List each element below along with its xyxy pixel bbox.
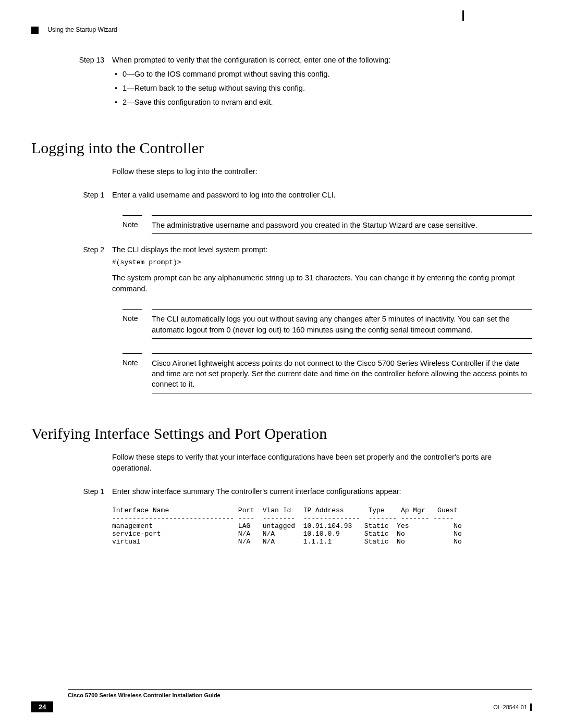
note-block: Note The administrative username and pas… [123, 215, 532, 234]
text-span: The system prompt can be any alphanumeri… [112, 274, 469, 282]
section-intro: Follow these steps to log into the contr… [112, 166, 532, 177]
text-span: Enter [112, 487, 132, 496]
bullet-list: 0—Go to the IOS command prompt without s… [115, 69, 532, 108]
section-intro: Follow these steps to verify that your i… [112, 452, 532, 474]
running-title: Using the Startup Wizard [47, 26, 117, 33]
header-square-icon [31, 27, 39, 34]
bullet-item: 2—Save this configuration to nvram and e… [115, 97, 532, 108]
step-label-2: Step 2 [31, 244, 112, 255]
step-label-1: Step 1 [31, 190, 112, 201]
note-label: Note [123, 220, 142, 230]
step-label-1: Step 1 [31, 486, 112, 497]
text-span: command. [112, 285, 148, 293]
note-block: Note The CLI automatically logs you out … [123, 309, 532, 339]
text-span: The controller's current interface confi… [214, 487, 401, 496]
footer-tick-icon [530, 704, 532, 711]
command-span: config serial timeout [368, 326, 435, 334]
bullet-item: 1—Return back to the setup without savin… [115, 83, 532, 94]
command-span: show interface summary [132, 487, 214, 496]
interface-table: Interface Name Port Vlan Id IP Address T… [112, 507, 532, 546]
step-body-1: Enter a valid username and password to l… [112, 190, 532, 201]
section-heading-verifying: Verifying Interface Settings and Port Op… [31, 425, 532, 442]
running-header: Using the Startup Wizard [31, 26, 532, 34]
system-prompt: #(system prompt)> [112, 258, 532, 266]
step-body-13: When prompted to verify that the configu… [112, 55, 532, 66]
bullet-item: 0—Go to the IOS command prompt without s… [115, 69, 532, 80]
footer-doc-id: OL-28544-01 [493, 704, 527, 710]
note-block: Note Cisco Aironet lightweight access po… [123, 353, 532, 393]
note-label: Note [123, 314, 142, 335]
page-footer: Cisco 5700 Series Wireless Controller In… [31, 689, 532, 712]
note-text: Cisco Aironet lightweight access points … [152, 358, 532, 390]
step-body-1: Enter show interface summary The control… [112, 486, 532, 497]
text-span: command. [435, 326, 473, 334]
note-label: Note [123, 358, 142, 390]
crop-mark [462, 10, 464, 21]
step-label-13: Step 13 [31, 55, 112, 66]
section-heading-logging: Logging into the Controller [31, 139, 532, 157]
command-span: config prompt [469, 274, 515, 282]
note-text: The administrative username and password… [152, 220, 532, 230]
page-number: 24 [31, 701, 53, 712]
step-body-2: The CLI displays the root level system p… [112, 244, 532, 255]
step2-paragraph: The system prompt can be any alphanumeri… [112, 273, 532, 294]
footer-doc-title: Cisco 5700 Series Wireless Controller In… [68, 692, 532, 698]
note-text: The CLI automatically logs you out witho… [152, 314, 532, 335]
